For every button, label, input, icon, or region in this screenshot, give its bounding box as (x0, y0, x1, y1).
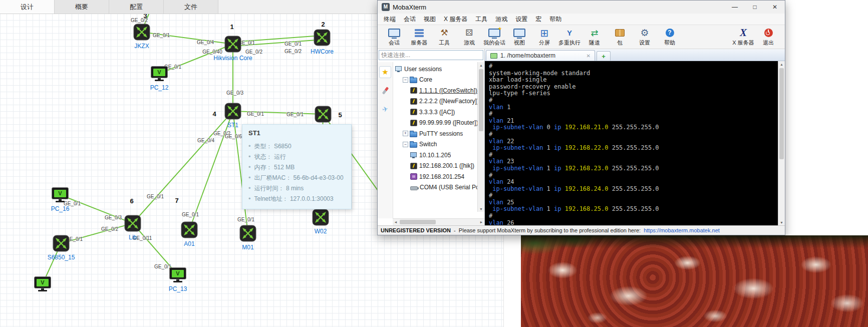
designer-tab-0[interactable]: 设计 (0, 0, 55, 14)
title-bar[interactable]: M MobaXterm —□✕ (378, 1, 785, 14)
tree-vertical-scrollbar[interactable]: ▲ ▼ (477, 62, 484, 212)
tooltip-row: •状态： 运行 (242, 151, 351, 162)
toolbar-xserver-button[interactable]: XX 服务器 (731, 28, 756, 47)
terminal-tab-icon (490, 53, 497, 59)
menu-item-5[interactable]: 游戏 (491, 15, 511, 24)
toolbar-games-button[interactable]: ⚄游戏 (457, 28, 482, 47)
designer-tab-1[interactable]: 概要 (55, 0, 109, 14)
menu-item-7[interactable]: 宏 (531, 15, 545, 24)
sidebar-tab[interactable] (379, 85, 391, 97)
device-PC_16[interactable]: V (52, 187, 69, 202)
menu-item-3[interactable]: X 服务器 (440, 15, 471, 24)
quick-connect-input[interactable] (379, 50, 483, 60)
node-number: 1 (230, 23, 233, 31)
new-tab-button[interactable]: + (597, 51, 611, 61)
toolbar-exit-button[interactable]: 退出 (756, 28, 781, 47)
toolbar-settings-button[interactable]: ⚙设置 (632, 28, 657, 47)
tooltip-title: ST1 (242, 125, 351, 141)
sidebar-tab[interactable] (379, 66, 391, 78)
scroll-right-icon[interactable]: ► (478, 220, 484, 224)
toolbar-my-sessions-button[interactable]: ★我的会话 (482, 28, 507, 47)
tree-item-label: PuTTY sessions (419, 130, 463, 137)
tree-item-8[interactable]: 10.10.1.205 (393, 150, 478, 161)
tree-item-10[interactable]: 192.168.201.254 (393, 171, 478, 182)
toolbar-servers-button[interactable]: 服务器 (407, 28, 432, 47)
tree-item-2[interactable]: 1.1.1.1 ([CoreSwitch]) (393, 85, 478, 96)
scroll-left-icon[interactable]: ◄ (393, 220, 399, 224)
device-M01[interactable] (239, 225, 256, 242)
desktop-photo (521, 235, 868, 327)
scroll-down-icon[interactable]: ▼ (778, 219, 785, 225)
device-HWCore[interactable] (314, 29, 331, 46)
toolbar-help-button[interactable]: ?帮助 (657, 28, 682, 47)
tooltip-row-text: 出厂桥MAC： 56-6b-d4-e3-03-00 (254, 174, 344, 182)
scroll-thumb[interactable] (479, 69, 483, 131)
close-button[interactable]: ✕ (765, 1, 785, 14)
toolbar-tunnel-button[interactable]: ⇄隧道 (582, 28, 607, 47)
scroll-track[interactable] (399, 219, 478, 225)
scroll-track[interactable] (778, 67, 785, 219)
terminal-line: vlan 24 (489, 179, 777, 186)
toolbar-packages-button[interactable]: 包 (607, 28, 632, 47)
device-A01[interactable] (181, 221, 198, 238)
tools-icon: ⚒ (440, 28, 448, 39)
tree-item-9[interactable]: 192.168.200.1 ([hik]) (393, 161, 478, 172)
tree-item-5[interactable]: 99.99.99.99 ([Router]) (393, 118, 478, 129)
device-PC_12[interactable]: V (151, 66, 168, 81)
scroll-thumb[interactable] (779, 68, 784, 159)
toolbar-multiexec-button[interactable]: Y多重执行 (557, 28, 582, 47)
tree-item-0[interactable]: User sessions (393, 64, 478, 75)
minimize-button[interactable]: — (725, 1, 745, 14)
designer-tab-3[interactable]: 文件 (164, 0, 218, 14)
scroll-down-icon[interactable]: ▼ (478, 206, 484, 212)
tree-horizontal-scrollbar[interactable]: ◄ ► (393, 218, 484, 225)
terminal-line: lpu-type f-series (489, 90, 777, 97)
toolbar-label: 游戏 (464, 39, 475, 47)
collapse-icon[interactable]: − (403, 77, 408, 83)
tree-item-6[interactable]: +PuTTY sessions (393, 128, 478, 139)
device-node-5[interactable] (315, 106, 332, 123)
tooltip-row: •Telnet地址： 127.0.0.1:30003 (242, 193, 351, 204)
device-node-13[interactable]: V (34, 276, 51, 291)
menu-item-2[interactable]: 视图 (420, 15, 440, 24)
menu-item-8[interactable]: 帮助 (545, 15, 565, 24)
scroll-track[interactable] (478, 68, 484, 206)
designer-tab-2[interactable]: 配置 (109, 0, 164, 14)
toolbar-split-button[interactable]: ⊞分屏 (532, 28, 557, 47)
device-S6850_15[interactable] (53, 235, 70, 252)
mobatek-link[interactable]: https://mobaxterm.mobatek.net (644, 227, 720, 233)
menu-item-4[interactable]: 工具 (471, 15, 491, 24)
scroll-up-icon[interactable]: ▲ (478, 62, 484, 68)
tree-item-1[interactable]: −Core (393, 75, 478, 86)
menu-item-1[interactable]: 会话 (400, 15, 420, 24)
tab-close-icon[interactable] (587, 52, 591, 59)
scroll-thumb[interactable] (400, 220, 436, 224)
terminal[interactable]: #system-working-mode standardxbar load-s… (485, 61, 785, 225)
link-label: GE_0/1 (154, 264, 171, 269)
toolbar-view-button[interactable]: 视图 (507, 28, 532, 47)
device-ST1[interactable] (224, 103, 241, 120)
menu-item-0[interactable]: 终端 (380, 15, 400, 24)
tree-item-7[interactable]: −Switch (393, 139, 478, 150)
toolbar-sessions-button[interactable]: 会话 (382, 28, 407, 47)
collapse-icon[interactable]: − (403, 142, 408, 147)
device-Hikvision-Core[interactable] (224, 36, 241, 53)
terminal-scrollbar[interactable]: ▲ ▼ (778, 61, 785, 225)
expand-icon[interactable]: + (403, 131, 408, 136)
maximize-button[interactable]: □ (745, 1, 765, 14)
tree-item-4[interactable]: 3.3.3.3 ([AC]) (393, 107, 478, 118)
device-W02[interactable] (312, 209, 329, 226)
toolbar-tools-button[interactable]: ⚒工具 (432, 28, 457, 47)
tree-item-11[interactable]: COM4 (USB Serial Port (COM4 (393, 182, 478, 193)
sessions-icon (388, 28, 400, 39)
terminal-line: # (489, 213, 777, 220)
tree-item-3[interactable]: 2.2.2.2 ([NewFactory]) (393, 96, 478, 107)
terminal-tab[interactable]: 1. /home/mobaxterm (486, 50, 595, 61)
device-PC_13[interactable]: V (169, 267, 186, 282)
scroll-up-icon[interactable]: ▲ (778, 61, 785, 67)
menu-item-6[interactable]: 设置 (511, 15, 531, 24)
device-Lib[interactable] (124, 215, 141, 232)
device-JKZX[interactable] (133, 24, 150, 41)
pc-base (173, 281, 182, 282)
sidebar-tab[interactable] (379, 103, 391, 115)
